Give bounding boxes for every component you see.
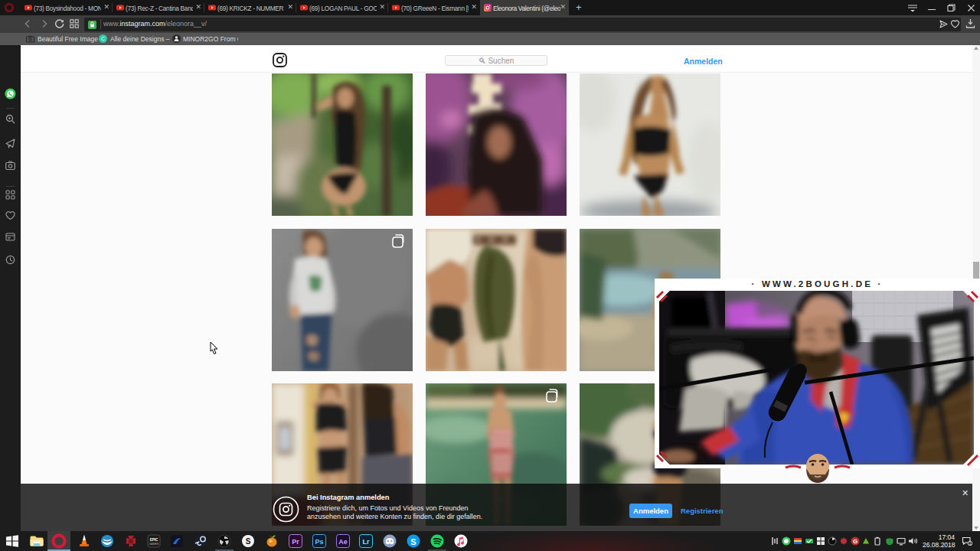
svg-text:C: C <box>101 36 105 41</box>
svg-text:Ae: Ae <box>338 538 348 546</box>
svg-text:Ps: Ps <box>315 538 323 546</box>
svg-text:S: S <box>246 537 251 546</box>
svg-text:G: G <box>853 538 858 545</box>
svg-text:S: S <box>410 537 416 546</box>
svg-text:1: 1 <box>969 541 971 546</box>
svg-text:GAMES: GAMES <box>149 543 160 546</box>
svg-text:Lr: Lr <box>363 538 370 546</box>
svg-text:EPIC: EPIC <box>150 538 158 542</box>
svg-text:Pr: Pr <box>292 538 299 546</box>
